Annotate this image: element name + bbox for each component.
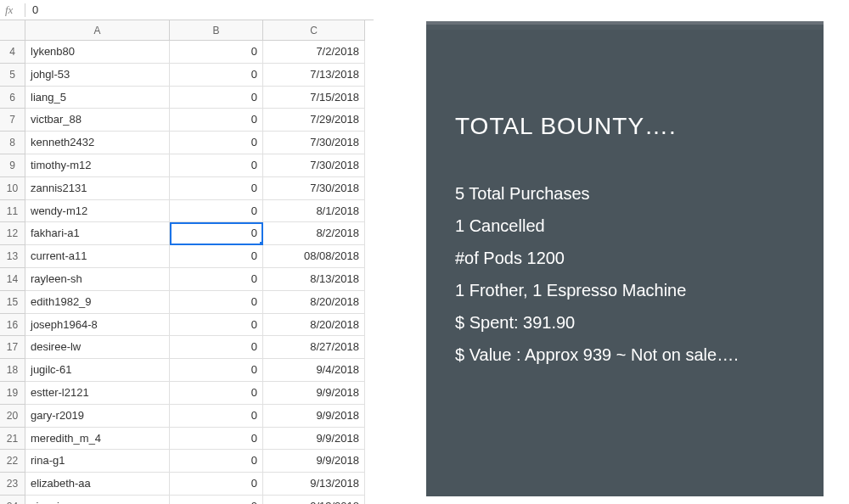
cell[interactable]: 0 xyxy=(170,200,263,223)
cell[interactable]: 9/4/2018 xyxy=(263,359,365,382)
cell[interactable]: 7/2/2018 xyxy=(263,41,365,64)
table-row: 15edith1982_908/20/2018 xyxy=(0,291,374,314)
cell[interactable]: xiaoqin-qu xyxy=(25,496,170,504)
table-row: 8kenneth243207/30/2018 xyxy=(0,132,374,154)
column-header-b[interactable]: B xyxy=(170,20,263,41)
formula-value[interactable]: 0 xyxy=(25,3,45,16)
row-header[interactable]: 16 xyxy=(0,314,25,337)
row-header[interactable]: 5 xyxy=(0,64,25,87)
cell[interactable]: edith1982_9 xyxy=(25,291,170,314)
cell[interactable]: victbar_88 xyxy=(25,109,170,132)
cell[interactable]: 8/2/2018 xyxy=(263,222,365,245)
row-header[interactable]: 14 xyxy=(0,268,25,291)
cell[interactable]: 0 xyxy=(170,473,263,496)
cell[interactable]: meredith_m_4 xyxy=(25,428,170,451)
row-header[interactable]: 17 xyxy=(0,336,25,359)
cell[interactable]: current-a11 xyxy=(25,245,170,268)
select-all-corner[interactable] xyxy=(0,20,25,41)
row-header[interactable]: 12 xyxy=(0,222,25,245)
cell[interactable]: 7/30/2018 xyxy=(263,154,365,177)
column-header-a[interactable]: A xyxy=(25,20,170,41)
cell[interactable]: 7/30/2018 xyxy=(263,177,365,200)
cell[interactable]: 8/27/2018 xyxy=(263,336,365,359)
cell[interactable]: 0 xyxy=(170,428,263,451)
row-header[interactable]: 19 xyxy=(0,382,25,405)
table-row: 6liang_507/15/2018 xyxy=(0,87,374,109)
cell[interactable]: liang_5 xyxy=(25,87,170,109)
cell[interactable]: 9/13/2018 xyxy=(263,496,365,504)
cell[interactable]: 9/9/2018 xyxy=(263,450,365,473)
cell[interactable]: 08/08/2018 xyxy=(263,245,365,268)
table-row: 4lykenb8007/2/2018 xyxy=(0,41,374,64)
cell[interactable]: 0 xyxy=(170,109,263,132)
cell[interactable]: 9/9/2018 xyxy=(263,428,365,451)
cell[interactable]: 0 xyxy=(170,154,263,177)
cell[interactable]: 0 xyxy=(170,382,263,405)
cell[interactable]: 0 xyxy=(170,496,263,504)
row-header[interactable]: 7 xyxy=(0,109,25,132)
cell[interactable]: 0 xyxy=(170,314,263,337)
cell[interactable]: 0 xyxy=(170,405,263,428)
cell[interactable]: kenneth2432 xyxy=(25,132,170,154)
cell[interactable]: joseph1964-8 xyxy=(25,314,170,337)
cell[interactable]: 0 xyxy=(170,359,263,382)
cell[interactable]: 0 xyxy=(170,245,263,268)
cell[interactable]: fakhari-a1 xyxy=(25,222,170,245)
cell[interactable]: 7/29/2018 xyxy=(263,109,365,132)
cell[interactable]: 0 xyxy=(170,41,263,64)
cell[interactable]: 0 xyxy=(170,450,263,473)
cell[interactable]: wendy-m12 xyxy=(25,200,170,223)
cell[interactable]: 7/13/2018 xyxy=(263,64,365,87)
cell[interactable]: rayleen-sh xyxy=(25,268,170,291)
row-header[interactable]: 9 xyxy=(0,154,25,177)
cell[interactable]: 8/20/2018 xyxy=(263,314,365,337)
cell[interactable]: johgl-53 xyxy=(25,64,170,87)
cell[interactable]: 0 xyxy=(170,64,263,87)
cell[interactable]: 8/20/2018 xyxy=(263,291,365,314)
cell[interactable]: timothy-m12 xyxy=(25,154,170,177)
cell[interactable]: desiree-lw xyxy=(25,336,170,359)
row-header[interactable]: 4 xyxy=(0,41,25,64)
cell[interactable]: 0 xyxy=(170,132,263,154)
row-header[interactable]: 18 xyxy=(0,359,25,382)
table-row: 7victbar_8807/29/2018 xyxy=(0,109,374,132)
row-header[interactable]: 10 xyxy=(0,177,25,200)
cell[interactable]: 0 xyxy=(170,222,263,245)
grid[interactable]: A B C 4lykenb8007/2/20185johgl-5307/13/2… xyxy=(0,20,374,504)
cell[interactable]: 0 xyxy=(170,87,263,109)
cell[interactable]: 7/15/2018 xyxy=(263,87,365,109)
cell[interactable]: estter-l2121 xyxy=(25,382,170,405)
row-header[interactable]: 13 xyxy=(0,245,25,268)
row-header[interactable]: 22 xyxy=(0,450,25,473)
cell[interactable]: lykenb80 xyxy=(25,41,170,64)
cell[interactable]: 8/13/2018 xyxy=(263,268,365,291)
row-header[interactable]: 20 xyxy=(0,405,25,428)
cell[interactable]: 0 xyxy=(170,291,263,314)
cell[interactable]: gary-r2019 xyxy=(25,405,170,428)
cell[interactable]: 7/30/2018 xyxy=(263,132,365,154)
row-header[interactable]: 8 xyxy=(0,132,25,154)
cell[interactable]: 9/9/2018 xyxy=(263,405,365,428)
row-header[interactable]: 21 xyxy=(0,428,25,451)
table-row: 12fakhari-a108/2/2018 xyxy=(0,222,374,245)
cell[interactable]: 9/13/2018 xyxy=(263,473,365,496)
cell[interactable]: elizabeth-aa xyxy=(25,473,170,496)
cell[interactable]: rina-g1 xyxy=(25,450,170,473)
row-header[interactable]: 6 xyxy=(0,87,25,109)
column-header-c[interactable]: C xyxy=(263,20,365,41)
cell[interactable]: 0 xyxy=(170,336,263,359)
fx-icon: fx xyxy=(0,3,25,17)
summary-panel: TOTAL BOUNTY…. 5 Total Purchases1 Cancel… xyxy=(426,21,824,496)
table-row: 11wendy-m1208/1/2018 xyxy=(0,200,374,223)
cell[interactable]: 9/9/2018 xyxy=(263,382,365,405)
cell[interactable]: 0 xyxy=(170,268,263,291)
row-header[interactable]: 24 xyxy=(0,496,25,504)
cell[interactable]: jugilc-61 xyxy=(25,359,170,382)
row-header[interactable]: 11 xyxy=(0,200,25,223)
cell[interactable]: 8/1/2018 xyxy=(263,200,365,223)
cell[interactable]: zannis2131 xyxy=(25,177,170,200)
cell[interactable]: 0 xyxy=(170,177,263,200)
row-header[interactable]: 23 xyxy=(0,473,25,496)
row-header[interactable]: 15 xyxy=(0,291,25,314)
table-row: 20gary-r201909/9/2018 xyxy=(0,405,374,428)
